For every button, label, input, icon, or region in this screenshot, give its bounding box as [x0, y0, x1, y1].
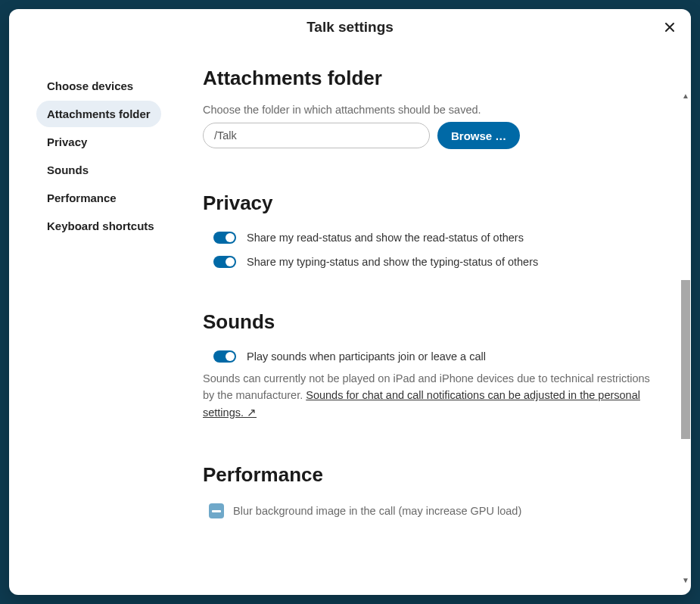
scroll-down-arrow-icon[interactable]: ▼	[682, 577, 689, 584]
read-status-label: Share my read-status and show the read-s…	[247, 232, 524, 244]
sidebar-item-attachments-folder[interactable]: Attachments folder	[36, 101, 161, 127]
close-icon	[664, 21, 676, 33]
play-sounds-label: Play sounds when participants join or le…	[247, 350, 486, 363]
attachments-folder-input[interactable]	[203, 123, 430, 148]
play-sounds-row: Play sounds when participants join or le…	[203, 350, 661, 363]
settings-dialog: Talk settings Choose devices Attachments…	[9, 9, 691, 595]
dialog-header: Talk settings	[9, 9, 691, 45]
sidebar-item-privacy[interactable]: Privacy	[36, 129, 98, 155]
typing-status-toggle[interactable]	[213, 256, 236, 268]
attachments-folder-row: Browse …	[203, 122, 661, 149]
attachments-heading: Attachments folder	[203, 67, 661, 90]
performance-heading: Performance	[203, 463, 661, 487]
privacy-heading: Privacy	[203, 191, 661, 215]
blur-background-checkbox[interactable]	[209, 503, 224, 518]
sounds-note: Sounds can currently not be played on iP…	[203, 370, 661, 421]
browse-button[interactable]: Browse …	[437, 122, 520, 149]
play-sounds-toggle[interactable]	[213, 350, 236, 363]
blur-background-label: Blur background image in the call (may i…	[233, 505, 521, 517]
section-performance: Performance Blur background image in the…	[203, 463, 661, 518]
blur-background-row: Blur background image in the call (may i…	[203, 503, 661, 518]
dialog-body: Choose devices Attachments folder Privac…	[9, 45, 691, 595]
typing-status-label: Share my typing-status and show the typi…	[247, 256, 538, 268]
read-status-toggle[interactable]	[213, 232, 236, 244]
settings-sidebar: Choose devices Attachments folder Privac…	[9, 45, 185, 595]
section-attachments: Attachments folder Choose the folder in …	[203, 67, 661, 149]
dialog-title: Talk settings	[306, 19, 394, 36]
section-sounds: Sounds Play sounds when participants joi…	[203, 310, 661, 421]
sidebar-item-sounds[interactable]: Sounds	[36, 157, 99, 183]
sidebar-item-performance[interactable]: Performance	[36, 185, 127, 211]
scrollbar-thumb[interactable]	[681, 280, 690, 439]
read-status-row: Share my read-status and show the read-s…	[203, 232, 661, 244]
settings-content: Attachments folder Choose the folder in …	[185, 45, 691, 595]
scroll-up-arrow-icon[interactable]: ▲	[682, 92, 689, 100]
section-privacy: Privacy Share my read-status and show th…	[203, 191, 661, 268]
sidebar-item-keyboard-shortcuts[interactable]: Keyboard shortcuts	[36, 213, 165, 239]
attachments-description: Choose the folder in which attachments s…	[203, 104, 661, 116]
close-button[interactable]	[659, 17, 680, 38]
typing-status-row: Share my typing-status and show the typi…	[203, 256, 661, 268]
sounds-heading: Sounds	[203, 310, 661, 334]
sidebar-item-choose-devices[interactable]: Choose devices	[36, 73, 144, 99]
